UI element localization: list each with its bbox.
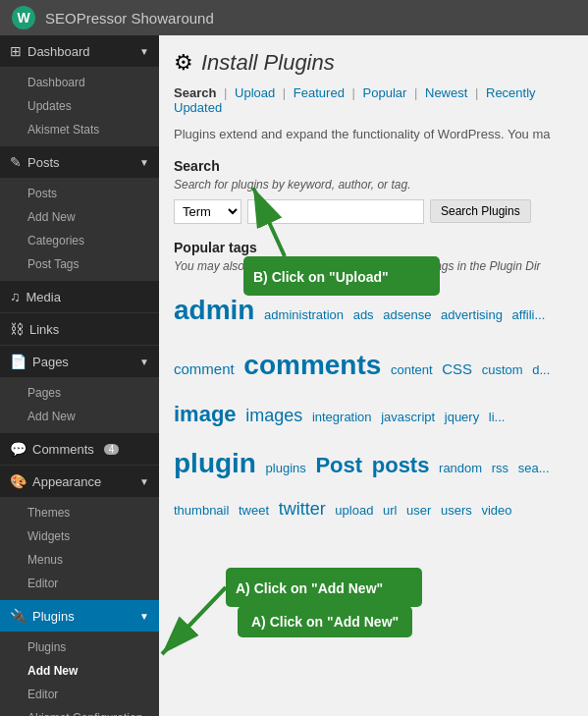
comments-badge: 4 xyxy=(104,444,120,455)
subnav-search[interactable]: Search xyxy=(174,85,216,100)
tag-twitter[interactable]: twitter xyxy=(279,499,326,519)
sidebar-sub-plugin-editor[interactable]: Editor xyxy=(0,683,159,706)
popular-tags-title: Popular tags xyxy=(174,240,573,255)
appearance-submenu: Themes Widgets Menus Editor xyxy=(0,497,159,599)
search-input[interactable] xyxy=(247,199,424,224)
tag-images[interactable]: images xyxy=(245,406,302,425)
menu-group-pages: 📄 Pages ▼ Pages Add New xyxy=(0,346,159,433)
sidebar-item-appearance[interactable]: 🎨 Appearance ▼ xyxy=(0,466,159,497)
subnav-newest[interactable]: Newest xyxy=(425,85,467,100)
sidebar-sub-plugins[interactable]: Plugins xyxy=(0,635,159,659)
sidebar-label-posts: Posts xyxy=(27,155,60,170)
sidebar-item-media[interactable]: ♫ Media xyxy=(0,281,159,312)
menu-group-posts: ✎ Posts ▼ Posts Add New Categories Post … xyxy=(0,146,159,281)
plugins-submenu: Plugins Add New Editor Akismet Configura… xyxy=(0,632,159,716)
search-subtitle: Search for plugins by keyword, author, o… xyxy=(174,178,573,192)
sidebar-sub-updates[interactable]: Updates xyxy=(0,94,159,118)
sidebar-item-dashboard[interactable]: ⊞ Dashboard ▼ xyxy=(0,35,159,67)
plugins-icon: 🔌 xyxy=(10,608,27,624)
sidebar-label-comments: Comments xyxy=(32,442,94,457)
sidebar-item-comments[interactable]: 💬 Comments 4 xyxy=(0,433,159,465)
tag-post[interactable]: Post xyxy=(315,453,362,477)
sidebar-label-pages: Pages xyxy=(32,355,69,369)
sidebar-item-links[interactable]: ⛓ Links xyxy=(0,313,159,345)
subnav-upload[interactable]: Upload xyxy=(235,85,275,100)
tag-css[interactable]: CSS xyxy=(442,360,472,377)
tag-sea[interactable]: sea... xyxy=(518,461,550,475)
appearance-icon: 🎨 xyxy=(10,473,27,489)
posts-submenu: Posts Add New Categories Post Tags xyxy=(0,178,159,280)
tag-content[interactable]: content xyxy=(391,362,433,377)
tag-integration[interactable]: integration xyxy=(312,410,372,424)
search-type-select[interactable]: Term Author Tag xyxy=(174,199,241,224)
pages-submenu: Pages Add New xyxy=(0,377,159,432)
tag-video[interactable]: video xyxy=(481,503,511,518)
top-bar: W SEOPressor Showaround xyxy=(0,0,588,35)
sidebar-item-pages[interactable]: 📄 Pages ▼ xyxy=(0,346,159,377)
sidebar-sub-all-posts[interactable]: Posts xyxy=(0,182,159,205)
sidebar-sub-widgets[interactable]: Widgets xyxy=(0,524,159,548)
sidebar-item-plugins[interactable]: 🔌 Plugins ▼ xyxy=(0,600,159,632)
search-section: Search Search for plugins by keyword, au… xyxy=(174,158,573,224)
menu-group-dashboard: ⊞ Dashboard ▼ Dashboard Updates Akismet … xyxy=(0,35,159,146)
sidebar-sub-categories[interactable]: Categories xyxy=(0,229,159,252)
tag-tweet[interactable]: tweet xyxy=(239,503,269,518)
tag-comments[interactable]: comments xyxy=(243,350,381,380)
tag-custom[interactable]: custom xyxy=(482,362,523,377)
popular-tags-section: Popular tags You may also browse based o… xyxy=(174,240,573,526)
tag-user[interactable]: user xyxy=(406,503,431,518)
tag-rss[interactable]: rss xyxy=(492,461,508,475)
sidebar-sub-add-new-page[interactable]: Add New xyxy=(0,405,159,428)
dashboard-icon: ⊞ xyxy=(10,43,22,59)
subnav-popular[interactable]: Popular xyxy=(363,85,407,100)
tag-plugin[interactable]: plugin xyxy=(174,448,256,478)
tag-li[interactable]: li... xyxy=(489,410,506,424)
sidebar-sub-post-tags[interactable]: Post Tags xyxy=(0,252,159,276)
tag-advertising[interactable]: advertising xyxy=(441,307,503,322)
wp-logo: W xyxy=(12,6,35,29)
sidebar-sub-akismet-config[interactable]: Akismet Configuration xyxy=(0,706,159,716)
tag-affili[interactable]: affili... xyxy=(512,307,546,322)
arrow-appearance: ▼ xyxy=(139,476,149,487)
sidebar-sub-themes[interactable]: Themes xyxy=(0,501,159,524)
arrow-dashboard: ▼ xyxy=(139,46,149,57)
tag-users[interactable]: users xyxy=(441,503,472,518)
posts-icon: ✎ xyxy=(10,154,22,170)
media-icon: ♫ xyxy=(10,289,21,304)
tag-ads[interactable]: ads xyxy=(353,307,374,322)
menu-group-media: ♫ Media xyxy=(0,281,159,313)
search-title: Search xyxy=(174,158,573,174)
sidebar-sub-all-pages[interactable]: Pages xyxy=(0,381,159,405)
sidebar-label-dashboard: Dashboard xyxy=(27,44,90,59)
sidebar-label-links: Links xyxy=(29,322,59,337)
sidebar-sub-menus[interactable]: Menus xyxy=(0,548,159,572)
tag-posts[interactable]: posts xyxy=(372,453,430,477)
sidebar-sub-add-new-plugin[interactable]: Add New xyxy=(0,659,159,683)
tag-upload[interactable]: upload xyxy=(335,503,373,518)
tag-adsense[interactable]: adsense xyxy=(383,307,431,322)
tag-image[interactable]: image xyxy=(174,402,237,426)
subnav-featured[interactable]: Featured xyxy=(294,85,345,100)
search-plugins-button[interactable]: Search Plugins xyxy=(430,199,531,223)
sidebar-label-media: Media xyxy=(27,290,61,304)
tag-url[interactable]: url xyxy=(383,503,397,518)
main-content: ⚙ Install Plugins Search | Upload | Feat… xyxy=(159,35,588,716)
popular-tags-desc: You may also browse based on the most po… xyxy=(174,259,573,273)
sub-nav: Search | Upload | Featured | Popular | N… xyxy=(174,85,573,115)
sidebar-sub-akismet-stats[interactable]: Akismet Stats xyxy=(0,118,159,141)
tag-thumbnail[interactable]: thumbnail xyxy=(174,503,229,518)
sidebar-sub-dashboard[interactable]: Dashboard xyxy=(0,71,159,94)
tag-javascript[interactable]: javascript xyxy=(381,410,435,424)
menu-group-links: ⛓ Links xyxy=(0,313,159,346)
tag-comment[interactable]: comment xyxy=(174,360,235,377)
sidebar-item-posts[interactable]: ✎ Posts ▼ xyxy=(0,146,159,178)
tag-jquery[interactable]: jquery xyxy=(445,410,479,424)
tag-administration[interactable]: administration xyxy=(264,307,344,322)
tag-d[interactable]: d... xyxy=(532,362,550,377)
tag-random[interactable]: random xyxy=(439,461,482,475)
sidebar-sub-add-new-post[interactable]: Add New xyxy=(0,205,159,229)
tag-admin[interactable]: admin xyxy=(174,295,254,325)
sidebar-sub-appearance-editor[interactable]: Editor xyxy=(0,572,159,595)
dashboard-submenu: Dashboard Updates Akismet Stats xyxy=(0,67,159,145)
tag-plugins[interactable]: plugins xyxy=(266,461,306,475)
